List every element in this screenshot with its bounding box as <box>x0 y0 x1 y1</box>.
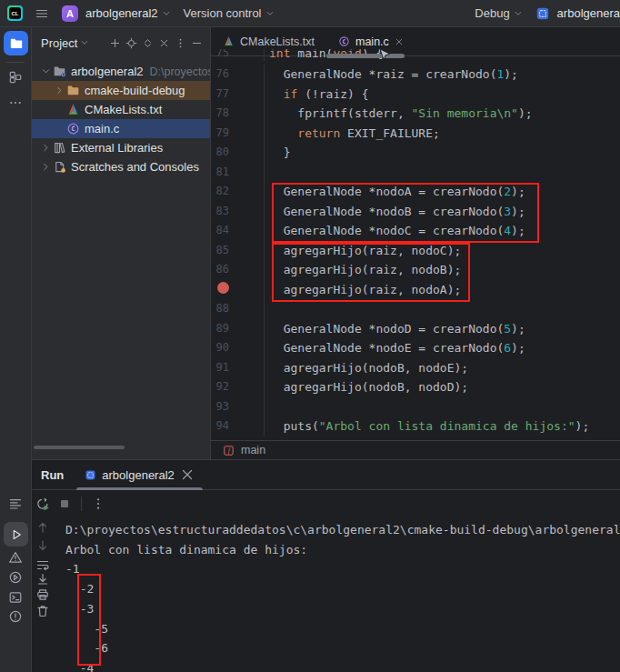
project-name: arbolgeneral2 <box>85 6 158 20</box>
project-selector[interactable]: arbolgeneral2 <box>85 6 171 20</box>
chevron-down-icon <box>162 9 171 18</box>
console-line-5: -3 <box>65 599 620 619</box>
soft-wrap-icon[interactable] <box>35 558 50 573</box>
code-line-77: 77 if (!raiz) { <box>211 85 620 105</box>
gutter-89: 89 <box>211 319 265 339</box>
close-tab-icon[interactable] <box>180 467 195 482</box>
console-line-2: Arbol con lista dinamica de hijos: <box>65 540 620 560</box>
close-tab-icon[interactable] <box>395 37 404 46</box>
svg-text:C: C <box>71 125 75 133</box>
structure-icon[interactable] <box>8 70 23 85</box>
more-toolwindows-icon[interactable] <box>8 95 23 110</box>
code-line-78: 78 fprintf(stderr, "Sin memoria\n"); <box>211 104 620 124</box>
run-tab-arbolgeneral2[interactable]: arbolgeneral2 <box>76 460 203 489</box>
project-title-label: Project <box>41 36 77 50</box>
tree-item-scratches-and-consoles[interactable]: Scratches and Consoles <box>32 157 210 176</box>
chevron-down-icon <box>265 9 275 18</box>
tree-item-path: D:\proyectos\es <box>150 65 210 78</box>
tree-item-main-c[interactable]: Cmain.c <box>32 119 210 138</box>
tab-label: main.c <box>355 35 389 48</box>
run-toolwindow-button[interactable] <box>4 522 28 547</box>
print-icon[interactable] <box>35 587 50 602</box>
gutter-93: 93 <box>211 397 265 417</box>
project-panel-header: Project <box>32 27 210 58</box>
console-toolbar <box>35 460 50 642</box>
more-options-kebab-icon[interactable] <box>91 496 105 511</box>
code-area[interactable]: 76 GeneralNode *raiz = crearNodo(1);77 i… <box>211 56 620 440</box>
next-occurrence-icon[interactable] <box>35 538 50 553</box>
locate-file-icon[interactable] <box>125 37 137 49</box>
cmake-icon <box>65 103 80 117</box>
code-text: puts("Arbol con lista dinamica de hijos:… <box>265 416 589 436</box>
c-file-icon: C <box>338 35 350 47</box>
tree-item-label: cmake-build-debug <box>85 84 185 97</box>
add-icon[interactable] <box>109 37 121 49</box>
tree-item-label: CMakeLists.txt <box>85 103 162 116</box>
run-config-app-icon[interactable] <box>535 6 550 21</box>
gutter-90: 90 <box>211 338 265 358</box>
code-line-75: 75int main(void) { <box>211 49 620 61</box>
stripe-divider <box>6 62 25 63</box>
hide-panel-icon[interactable] <box>191 37 203 49</box>
code-line-81: 81 <box>211 163 620 183</box>
vcs-selector[interactable]: Version control <box>184 6 275 20</box>
tree-item-cmake-build-debug[interactable]: cmake-build-debug <box>32 81 210 100</box>
folder-icon <box>9 36 24 51</box>
avatar[interactable]: A <box>62 5 78 22</box>
tree-item-label: arbolgeneral2 <box>71 65 144 78</box>
scratches-icon <box>52 160 66 175</box>
notifications-lines-icon[interactable] <box>8 496 23 511</box>
stop-icon[interactable] <box>57 496 72 511</box>
run-config-name[interactable]: arbolgenera <box>557 6 620 20</box>
breakpoint-dot[interactable] <box>217 282 229 294</box>
ide-window: CL A arbolgeneral2 Version control Debug… <box>0 0 620 672</box>
code-line-86: 86 agregarHijo(raiz, nodoB); <box>211 260 620 280</box>
gutter-87 <box>211 280 265 300</box>
options-kebab-icon[interactable] <box>175 37 186 49</box>
tab-label: CMakeLists.txt <box>240 35 315 48</box>
chevron-right-icon[interactable] <box>39 143 52 153</box>
active-tab-underline <box>76 487 203 490</box>
code-text: agregarHijo(raiz, nodoB); <box>265 260 461 280</box>
code-text: agregarHijo(raiz, nodoC); <box>265 241 461 261</box>
gutter-83: 83 <box>211 202 265 222</box>
code-line-82: 82 GeneralNode *nodoA = crearNodo(2); <box>211 182 620 202</box>
chevron-right-icon[interactable] <box>39 162 52 172</box>
code-text: agregarHijo(nodoB, nodoD); <box>265 377 468 397</box>
project-toolwindow-button[interactable] <box>4 31 28 55</box>
clear-all-icon[interactable] <box>35 604 50 618</box>
console-line-8: -4 <box>65 658 620 672</box>
prev-occurrence-icon[interactable] <box>35 520 50 535</box>
breadcrumb-item[interactable]: main <box>241 444 265 456</box>
tree-item-external-libraries[interactable]: External Libraries <box>32 138 210 157</box>
chevron-down-icon <box>80 38 89 47</box>
tree-item-label: Scratches and Consoles <box>71 160 199 174</box>
code-line-92: 92 agregarHijo(nodoB, nodoD); <box>211 377 620 397</box>
code-line-88: 88 <box>211 299 620 319</box>
code-text: } <box>265 143 290 163</box>
terminal-icon[interactable] <box>8 590 23 605</box>
scroll-to-end-icon[interactable] <box>35 572 50 587</box>
main-menu-button[interactable] <box>35 6 49 21</box>
debug-config-selector[interactable]: Debug <box>475 6 522 20</box>
code-text: return EXIT_FAILURE; <box>265 124 440 144</box>
console-line-6: -5 <box>65 619 620 639</box>
event-log-icon[interactable] <box>8 609 23 624</box>
folder-project-icon <box>52 65 66 79</box>
chevron-down-icon[interactable] <box>39 66 52 76</box>
expand-all-icon[interactable] <box>142 37 154 49</box>
cmake-icon <box>223 35 235 47</box>
project-panel-title[interactable]: Project <box>41 36 89 50</box>
services-icon[interactable] <box>8 570 23 585</box>
project-panel-actions <box>109 37 203 49</box>
problems-icon[interactable] <box>8 550 23 565</box>
console-line-1: D:\proyectos\estructuraddedatos\c\arbolg… <box>65 520 620 540</box>
code-line-76: 76 GeneralNode *raiz = crearNodo(1); <box>211 65 620 85</box>
chevron-right-icon[interactable] <box>53 85 65 95</box>
horizontal-scrollbar-thumb[interactable] <box>34 446 125 449</box>
code-text: GeneralNode *nodoC = crearNodo(4); <box>265 221 525 241</box>
tree-item-arbolgeneral2[interactable]: arbolgeneral2D:\proyectos\es <box>32 62 210 81</box>
tree-item-cmakelists-txt[interactable]: CMakeLists.txt <box>32 100 210 119</box>
console-line-7: -6 <box>65 638 620 658</box>
collapse-all-icon[interactable] <box>158 37 170 49</box>
